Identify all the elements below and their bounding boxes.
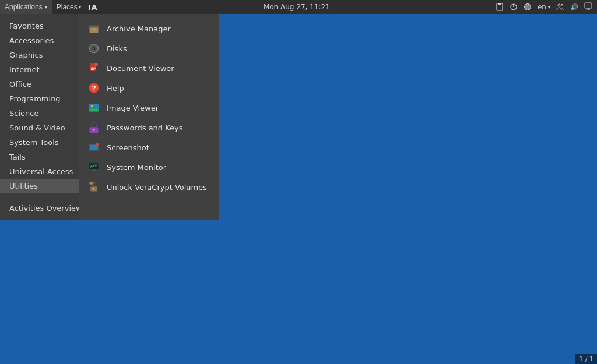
- unlock-veracrypt-label: Unlock VeraCrypt Volumes: [107, 183, 207, 192]
- svg-point-39: [96, 143, 98, 145]
- svg-point-46: [93, 188, 94, 190]
- svg-point-9: [558, 4, 560, 6]
- app-item-unlock-veracrypt[interactable]: Unlock VeraCrypt Volumes: [79, 177, 219, 197]
- svg-rect-42: [93, 169, 96, 171]
- category-item-graphics[interactable]: Graphics: [0, 48, 79, 62]
- app-item-passwords-keys[interactable]: Passwords and Keys: [79, 118, 219, 137]
- archive-manager-label: Archive Manager: [107, 24, 171, 33]
- places-label: Places: [57, 3, 78, 11]
- disks-icon: [87, 41, 101, 55]
- passwords-keys-label: Passwords and Keys: [107, 123, 183, 132]
- image-viewer-icon: [87, 101, 101, 115]
- system-monitor-icon: [87, 160, 101, 174]
- document-viewer-label: Document Viewer: [107, 64, 174, 73]
- svg-rect-11: [585, 3, 592, 8]
- applications-chevron-icon: ▾: [45, 5, 47, 10]
- activities-overview-item[interactable]: Activities Overview: [0, 201, 79, 215]
- help-label: Help: [107, 84, 124, 93]
- category-item-favorites[interactable]: Favorites: [0, 19, 79, 33]
- application-menu: FavoritesAccessoriesGraphicsInternetOffi…: [0, 14, 219, 220]
- screenshot-label: Screenshot: [107, 143, 149, 152]
- category-item-science[interactable]: Science: [0, 106, 79, 121]
- svg-rect-37: [90, 145, 97, 150]
- screenshot-icon: [87, 140, 101, 154]
- app-item-disks[interactable]: Disks: [79, 38, 219, 58]
- volume-icon[interactable]: 🔊: [568, 3, 581, 11]
- svg-text:?: ?: [92, 84, 96, 91]
- logo-text: IA: [86, 3, 100, 12]
- help-icon: ?: [87, 81, 101, 95]
- network-icon[interactable]: [521, 0, 534, 14]
- places-chevron-icon: ▾: [79, 5, 81, 10]
- disks-label: Disks: [107, 44, 127, 53]
- category-item-accessories[interactable]: Accessories: [0, 33, 79, 48]
- svg-point-32: [91, 105, 93, 107]
- svg-rect-24: [95, 63, 98, 66]
- language-label: en: [538, 3, 546, 11]
- category-panel: FavoritesAccessoriesGraphicsInternetOffi…: [0, 14, 79, 220]
- power-icon[interactable]: [507, 0, 520, 14]
- users-icon[interactable]: [554, 0, 567, 14]
- applications-menu-button[interactable]: Applications ▾: [0, 0, 52, 14]
- workspace-indicator: 1 / 1: [575, 354, 597, 364]
- app-item-archive-manager[interactable]: Archive Manager: [79, 19, 219, 38]
- category-item-internet[interactable]: Internet: [0, 62, 79, 77]
- category-item-office[interactable]: Office: [0, 77, 79, 91]
- svg-rect-45: [90, 182, 94, 185]
- svg-point-35: [93, 129, 94, 131]
- top-panel: Applications ▾ Places ▾ IA Mon Aug 27, 1…: [0, 0, 597, 14]
- language-display[interactable]: en ▾: [535, 3, 553, 11]
- passwords-keys-icon: [87, 121, 101, 135]
- clipboard-icon[interactable]: [493, 0, 506, 14]
- category-item-utilities[interactable]: Utilities: [0, 179, 79, 193]
- language-chevron-icon: ▾: [548, 5, 550, 10]
- svg-point-20: [93, 48, 94, 49]
- apps-panel: Archive Manager Disks Document Viewer ? …: [79, 14, 219, 220]
- document-viewer-icon: [87, 61, 101, 75]
- clock-display: Mon Aug 27, 11:21: [264, 3, 330, 11]
- workspace-label: 1 / 1: [579, 355, 594, 363]
- category-item-tails[interactable]: Tails: [0, 150, 79, 164]
- svg-point-10: [561, 5, 563, 6]
- places-menu-button[interactable]: Places ▾: [52, 0, 86, 14]
- svg-rect-16: [93, 29, 96, 30]
- app-item-screenshot[interactable]: Screenshot: [79, 137, 219, 157]
- category-item-programming[interactable]: Programming: [0, 91, 79, 106]
- category-item-system-tools[interactable]: System Tools: [0, 135, 79, 150]
- app-item-image-viewer[interactable]: Image Viewer: [79, 98, 219, 118]
- svg-rect-1: [498, 3, 501, 5]
- category-separator: [5, 197, 74, 197]
- category-item-sound-video[interactable]: Sound & Video: [0, 121, 79, 135]
- system-monitor-label: System Monitor: [107, 163, 166, 172]
- app-item-document-viewer[interactable]: Document Viewer: [79, 58, 219, 78]
- applications-label: Applications: [5, 3, 43, 11]
- archive-manager-icon: [87, 22, 101, 36]
- notifications-icon[interactable]: [582, 2, 595, 12]
- svg-rect-43: [92, 171, 96, 171]
- category-item-universal-access[interactable]: Universal Access: [0, 164, 79, 179]
- app-item-help[interactable]: ? Help: [79, 78, 219, 98]
- unlock-veracrypt-icon: [87, 180, 101, 194]
- image-viewer-label: Image Viewer: [107, 104, 159, 112]
- svg-rect-15: [90, 27, 99, 33]
- svg-rect-17: [89, 25, 99, 27]
- app-item-system-monitor[interactable]: System Monitor: [79, 157, 219, 177]
